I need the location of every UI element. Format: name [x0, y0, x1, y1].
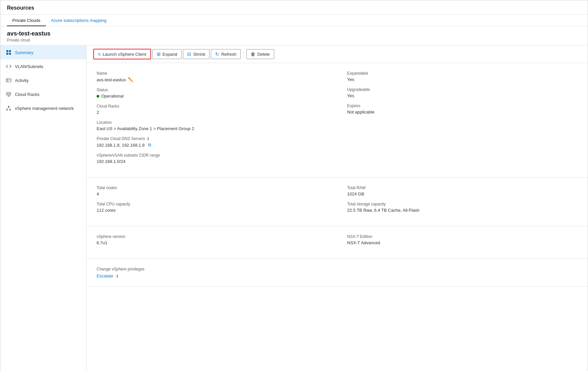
escalate-link[interactable]: Escalate — [97, 273, 113, 278]
refresh-label: Refresh — [221, 52, 236, 57]
svg-rect-2 — [6, 53, 8, 55]
total-ram-label: Total RAM — [347, 186, 578, 190]
svg-line-15 — [9, 107, 10, 109]
total-storage-field: Total storage capacity 22.5 TB Raw, 6.4 … — [347, 202, 578, 213]
nsx-edition-label: NSX-T Edition — [347, 234, 578, 239]
vsphere-ver-value: 6.7u1 — [97, 240, 327, 245]
vsphere-section: vSphere version 6.7u1 NSX-T Edition NSX-… — [87, 226, 588, 259]
svg-rect-0 — [6, 50, 8, 52]
sidebar: Summary VLAN/Subnets — [0, 45, 87, 371]
cloud-racks-label: Cloud Racks — [97, 104, 327, 109]
svg-rect-3 — [9, 53, 11, 55]
sidebar-item-vlan-subnets[interactable]: VLAN/Subnets — [0, 59, 86, 73]
total-nodes-value: 4 — [97, 191, 327, 196]
dns-info-icon[interactable]: ℹ — [147, 136, 149, 141]
launch-label: Launch vSphere Client — [103, 52, 146, 57]
name-value: avs-test-eastus ✏️ — [97, 77, 327, 82]
refresh-icon: ↻ — [215, 51, 219, 57]
svg-rect-7 — [7, 92, 11, 94]
network-icon — [6, 105, 12, 111]
shrink-icon: ⊟ — [187, 51, 191, 57]
sidebar-item-summary[interactable]: Summary — [0, 45, 86, 59]
dns-value: 192.168.1.8, 192.168.1.9 ⧉ — [97, 142, 327, 148]
launch-icon: ⎋ — [98, 51, 101, 57]
location-label: Location — [97, 120, 327, 125]
vsphere-ver-field: vSphere version 6.7u1 — [97, 234, 327, 245]
expand-button[interactable]: ⊞ Expand — [152, 49, 182, 59]
toolbar-separator — [243, 50, 244, 58]
expand-label: Expand — [163, 52, 177, 57]
upgradeable-value: Yes — [347, 93, 578, 98]
name-field: Name avs-test-eastus ✏️ — [97, 71, 327, 82]
sidebar-label-vlan: VLAN/Subnets — [15, 64, 43, 69]
total-ram-field: Total RAM 1024 GB — [347, 186, 578, 196]
svg-rect-4 — [6, 79, 11, 82]
vsphere-privileges-section: Change vSphere privileges Escalate ℹ — [87, 259, 588, 287]
expires-label: Expires — [347, 104, 578, 108]
status-label: Status — [97, 88, 327, 92]
sidebar-label-cloud-racks: Cloud Racks — [15, 92, 40, 97]
expandable-field: Expandable Yes — [347, 71, 578, 82]
status-field: Status Operational — [97, 88, 327, 99]
expand-icon: ⊞ — [157, 51, 161, 57]
escalate-row: Escalate ℹ — [97, 273, 578, 278]
location-value: East US > Availability Zone 1 > Placemen… — [97, 126, 327, 131]
total-storage-value: 22.5 TB Raw, 6.4 TB Cache, All-Flash — [347, 208, 578, 213]
svg-rect-8 — [7, 94, 11, 95]
cloud-subtitle: Private cloud — [7, 38, 581, 42]
code-icon — [6, 63, 12, 69]
sidebar-label-vsphere-mgmt: vSphere management network — [15, 106, 74, 111]
delete-icon: 🗑 — [251, 51, 255, 57]
shrink-label: Shrink — [193, 52, 206, 57]
tabs-bar: Private Clouds Azure subscriptions mappi… — [0, 15, 588, 26]
expandable-label: Expandable — [347, 71, 578, 76]
status-dot — [97, 95, 99, 98]
total-storage-label: Total storage capacity — [347, 202, 578, 206]
delete-button[interactable]: 🗑 Delete — [246, 49, 274, 59]
total-nodes-field: Total nodes 4 — [97, 186, 327, 196]
nodes-section: Total nodes 4 Total CPU capacity 112 cor… — [87, 178, 588, 226]
launch-vsphere-button[interactable]: ⎋ Launch vSphere Client — [93, 49, 151, 59]
dns-label: Private Cloud DNS Servers ℹ — [97, 136, 327, 141]
tab-azure-subscriptions[interactable]: Azure subscriptions mapping — [46, 15, 112, 26]
cidr-value: 192.168.1.0/24 — [97, 159, 327, 164]
total-cpu-field: Total CPU capacity 112 cores — [97, 202, 327, 213]
expires-value: Not applicable — [347, 110, 578, 114]
name-label: Name — [97, 71, 327, 76]
cloud-header: avs-test-eastus Private cloud — [0, 26, 588, 45]
cloud-racks-field: Cloud Racks 2 — [97, 104, 327, 115]
sidebar-item-cloud-racks[interactable]: Cloud Racks — [0, 87, 86, 101]
expandable-value: Yes — [347, 77, 578, 82]
escalate-info-icon[interactable]: ℹ — [117, 274, 118, 278]
sidebar-item-vsphere-mgmt[interactable]: vSphere management network — [0, 101, 86, 115]
location-field: Location East US > Availability Zone 1 >… — [97, 120, 327, 131]
dns-copy-icon[interactable]: ⧉ — [148, 142, 151, 148]
total-cpu-label: Total CPU capacity — [97, 202, 327, 206]
status-value: Operational — [97, 94, 327, 99]
toolbar: ⎋ Launch vSphere Client ⊞ Expand ⊟ Shrin… — [87, 45, 588, 63]
cidr-field: vSphere/vSAN subnets CIDR range 192.168.… — [97, 153, 327, 164]
refresh-button[interactable]: ↻ Refresh — [211, 49, 241, 59]
vsphere-ver-label: vSphere version — [97, 234, 327, 239]
sidebar-label-activity: Activity — [15, 78, 29, 83]
nsx-edition-field: NSX-T Edition NSX-T Advanced — [347, 234, 578, 245]
upgradeable-label: Upgradeable — [347, 87, 578, 92]
tab-private-clouds[interactable]: Private Clouds — [7, 15, 46, 26]
sidebar-label-summary: Summary — [15, 50, 34, 55]
activity-icon — [6, 77, 12, 83]
nsx-edition-value: NSX-T Advanced — [347, 240, 578, 245]
cidr-label: vSphere/vSAN subnets CIDR range — [97, 153, 327, 158]
grid-icon — [6, 49, 12, 55]
svg-rect-1 — [9, 50, 11, 52]
sidebar-item-activity[interactable]: Activity — [0, 73, 86, 87]
svg-point-11 — [8, 106, 9, 107]
svg-point-12 — [6, 109, 8, 111]
total-cpu-value: 112 cores — [97, 208, 327, 213]
name-edit-icon[interactable]: ✏️ — [128, 77, 133, 82]
delete-label: Delete — [257, 52, 270, 57]
cloud-racks-value: 2 — [97, 110, 327, 115]
dns-field: Private Cloud DNS Servers ℹ 192.168.1.8,… — [97, 136, 327, 148]
cloud-name: avs-test-eastus — [7, 30, 581, 37]
total-nodes-label: Total nodes — [97, 186, 327, 190]
shrink-button[interactable]: ⊟ Shrink — [183, 49, 210, 59]
